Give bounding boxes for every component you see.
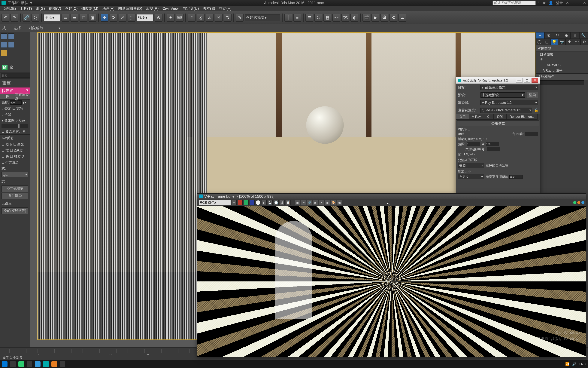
angle-snap-button[interactable]: ∠	[206, 14, 214, 22]
undo-button[interactable]: ↶	[1, 14, 9, 22]
menu-script[interactable]: 脚本(S)	[201, 6, 217, 11]
task-icon[interactable]	[18, 361, 24, 367]
fximg-radio[interactable]: 效果图	[1, 118, 15, 123]
render-prod-button[interactable]: 🖼	[381, 14, 388, 22]
placement-button[interactable]: ⬚	[128, 14, 135, 22]
cmd-sub-shapes[interactable]: ◻	[543, 39, 551, 45]
move-button[interactable]: ✥	[101, 14, 108, 22]
bake-button[interactable]: 染(白模线框等)	[1, 207, 28, 214]
vfb-cc-button[interactable]: 🎨	[331, 200, 336, 205]
lock-radio[interactable]: 锁定	[1, 106, 11, 111]
vfb-clear-button[interactable]: 🗑	[280, 200, 285, 205]
cmd-sub-helpers[interactable]: ✚	[565, 39, 573, 45]
cmd-sub-cameras[interactable]: 📷	[558, 39, 566, 45]
menu-custom[interactable]: 自定义(U)	[181, 6, 200, 11]
user-icon[interactable]: 👤	[548, 0, 553, 5]
auto-area-check[interactable]: 选择的自动区域	[486, 163, 508, 167]
common-params-rollout[interactable]: 公用参数	[457, 120, 539, 126]
auto-grid-check[interactable]: 自动栅格	[540, 52, 553, 56]
vfb-alpha-channel-button[interactable]	[256, 200, 261, 205]
vfb-save-button[interactable]: 💾	[268, 200, 273, 205]
dialog-titlebar[interactable]: 渲染设置: V-Ray 5, update 1.2 — □ ✕	[456, 77, 540, 83]
file-start-input[interactable]	[487, 147, 500, 151]
vfb-link-button[interactable]: 🔗	[307, 200, 312, 205]
ribbon-a[interactable]: 式	[2, 26, 6, 31]
override-check[interactable]: 覆盖原有元素	[1, 129, 26, 134]
task-3dsmax[interactable]	[43, 361, 49, 367]
window-crossing-button[interactable]: ▣	[89, 14, 97, 22]
named-set-edit-button[interactable]: ✎	[236, 14, 243, 22]
vfb-eyedropper-button[interactable]: ✎	[232, 200, 237, 205]
height-input[interactable]	[10, 101, 22, 105]
mirror-button[interactable]: ║	[285, 14, 292, 22]
tab-set[interactable]: 设	[0, 94, 15, 100]
cmd-tab-utilities[interactable]: 🔧	[579, 32, 588, 39]
render-button[interactable]: 渲染	[527, 92, 538, 98]
minimize-button[interactable]: —	[572, 1, 575, 5]
exchange-icon[interactable]: ✕	[566, 0, 569, 5]
cmd-sub-systems[interactable]: ⚙	[580, 39, 588, 45]
menu-graph[interactable]: 图形编辑器(D)	[117, 6, 144, 11]
ref-coord-combo[interactable]: 视图 ▾	[137, 14, 153, 21]
gear-icon[interactable]: ⚙	[9, 64, 14, 70]
render-cloud-button[interactable]: ☁	[399, 14, 406, 22]
lock-view-icon[interactable]: 🔒	[534, 108, 538, 112]
renderer-combo[interactable]: V-Ray 5, update 1.2▾	[481, 100, 538, 105]
area-combo[interactable]: 视图▾	[458, 163, 484, 168]
menu-modifier[interactable]: 修改器(M)	[80, 6, 100, 11]
curve-editor-button[interactable]: 〰	[332, 14, 340, 22]
range-from-input[interactable]	[467, 142, 480, 146]
menu-create[interactable]: 创建(C)	[63, 6, 79, 11]
task-icon[interactable]	[51, 361, 57, 367]
vfb-red-channel-button[interactable]	[238, 200, 243, 205]
menu-group[interactable]: 组(G)	[34, 6, 46, 11]
select-manipulate-button[interactable]: ✦	[167, 14, 175, 22]
render-iterate-button[interactable]: ⟲	[390, 14, 397, 22]
tab-common[interactable]: 公用	[456, 114, 469, 120]
left-tool-1[interactable]	[1, 33, 7, 39]
scale-button[interactable]: ⤢	[119, 14, 126, 22]
left-tool-3[interactable]	[1, 42, 7, 48]
cmd-sub-lights[interactable]: 💡	[551, 39, 558, 45]
name-color-rollout[interactable]: 名称和颜色	[536, 74, 588, 80]
selection-filter[interactable]: 全部 ▾	[44, 14, 60, 21]
select-name-button[interactable]: ☰	[71, 14, 79, 22]
cmd-tab-create[interactable]: ✦	[536, 32, 544, 39]
vfb-lens-button[interactable]: ◉	[337, 200, 342, 205]
zdepth-check[interactable]: Z深度	[10, 148, 23, 153]
task-explorer[interactable]	[60, 361, 65, 367]
cmd-sub-space[interactable]: 〰	[573, 39, 580, 45]
left-search-input[interactable]	[1, 73, 30, 78]
preset-combo[interactable]: 未选定预设▾	[481, 92, 525, 98]
help-search-input[interactable]	[492, 0, 536, 5]
align-button[interactable]: ≡	[294, 14, 301, 22]
task-icon[interactable]	[35, 361, 41, 367]
named-selection-combo[interactable]: 创建选择集 ▾	[245, 14, 280, 21]
task-icon[interactable]	[27, 361, 32, 367]
menu-civil[interactable]: Civil View	[161, 6, 180, 11]
range-radio[interactable]: 范围:	[458, 142, 465, 146]
spinner-snap-button[interactable]: ⇅	[224, 14, 232, 22]
keyboard-shortcut-button[interactable]: ⌨	[176, 14, 184, 22]
snap2d-button[interactable]: 2	[188, 14, 196, 22]
maximize-button[interactable]: □	[578, 1, 580, 5]
object-type-rollout[interactable]: 对象类型	[536, 45, 588, 51]
vfb-blue-channel-button[interactable]	[250, 200, 255, 205]
render-frame-button[interactable]: ▶	[372, 14, 379, 22]
single-frame-radio[interactable]: 单帧	[458, 132, 464, 136]
cmd-tab-hierarchy[interactable]: 品	[553, 32, 562, 39]
tray-lang[interactable]: ENG	[579, 362, 586, 366]
light-on-check[interactable]: 照明	[1, 142, 12, 147]
aperture-input[interactable]	[509, 175, 523, 179]
tab-reset-renderer[interactable]: 重置渲染器	[15, 94, 30, 100]
anim-radio[interactable]: 动画	[16, 118, 26, 123]
left-tool-4[interactable]	[8, 42, 14, 48]
layer-button[interactable]: ≣	[305, 14, 313, 22]
dialog-minimize-button[interactable]: —	[516, 78, 523, 83]
select-rect-button[interactable]: ◻	[80, 14, 88, 22]
vfb-stop-button[interactable]: ■	[319, 200, 324, 205]
workspace-label[interactable]: 工作区: 默认	[8, 0, 28, 5]
vfb-region-button[interactable]: ▣	[295, 200, 300, 205]
vfb-titlebar[interactable]: V-Ray frame buffer - [100% of 1500 x 938…	[197, 193, 586, 199]
vfb-render-last-button[interactable]: ▶	[313, 200, 318, 205]
